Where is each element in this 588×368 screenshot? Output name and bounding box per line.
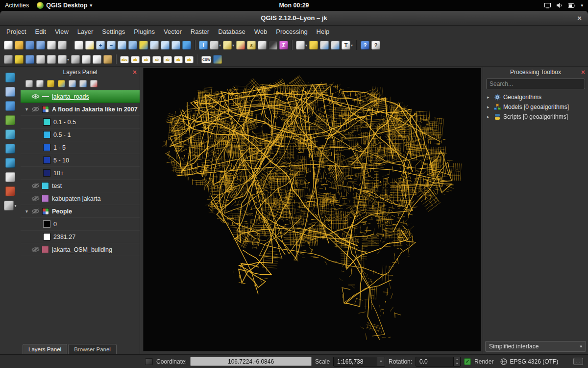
add-feature-icon[interactable] <box>36 55 45 64</box>
add-oracle-layer-icon[interactable] <box>5 186 15 196</box>
dropdown-arrow-icon[interactable]: ▾ <box>305 43 307 48</box>
dropdown-arrow-icon[interactable]: ▾ <box>232 43 234 48</box>
layer-row[interactable]: test <box>21 180 140 192</box>
map-tips-icon[interactable] <box>309 41 318 50</box>
save-project-icon[interactable] <box>25 41 34 50</box>
layer-row[interactable]: 10+ <box>21 167 140 180</box>
coordinate-input[interactable] <box>190 357 312 366</box>
expand-arrow-icon[interactable]: ▸ <box>487 95 491 100</box>
menu-database[interactable]: Database <box>214 26 250 37</box>
expander-icon[interactable]: ▾ <box>24 106 30 112</box>
label-show-hide-icon[interactable]: ab <box>142 56 150 63</box>
tab-browser-panel[interactable]: Browser Panel <box>68 344 117 354</box>
chevron-down-icon[interactable]: ▾ <box>581 3 583 8</box>
rotation-spinbox[interactable]: 0.0 ▲▼ <box>416 357 461 367</box>
layer-row[interactable]: 5 - 10 <box>21 154 140 167</box>
label-pin-icon[interactable]: ab <box>131 56 140 63</box>
add-vector-layer-icon[interactable] <box>5 73 15 82</box>
cut-features-icon[interactable] <box>82 55 91 64</box>
processing-toolbox-close-button[interactable]: × <box>581 69 585 76</box>
remove-layer-icon[interactable] <box>90 80 98 87</box>
menu-project[interactable]: Project <box>2 26 30 37</box>
menu-layer[interactable]: Layer <box>73 26 98 37</box>
select-features-icon[interactable]: ▾ <box>223 41 234 50</box>
dropdown-arrow-icon[interactable]: ▾ <box>14 204 16 208</box>
processing-tree-item[interactable]: ▸Scripts [0 geoalgorithms] <box>483 112 588 122</box>
visibility-on-icon[interactable] <box>30 93 41 100</box>
processing-tree-item[interactable]: ▸Geoalgorithms <box>483 92 588 102</box>
layer-row[interactable]: 0.5 - 1 <box>21 129 140 141</box>
layers-panel-close-button[interactable]: × <box>133 69 137 76</box>
zoom-next-icon[interactable] <box>172 41 180 50</box>
tab-layers-panel[interactable]: Layers Panel <box>23 344 67 354</box>
window-icon[interactable] <box>544 3 551 8</box>
label-rotate-icon[interactable]: ab <box>163 56 172 63</box>
label-move-icon[interactable]: ab <box>152 56 161 63</box>
dropdown-arrow-icon[interactable]: ▾ <box>219 43 221 48</box>
toggle-extents-icon[interactable] <box>145 358 153 365</box>
pan-to-selection-icon[interactable] <box>85 41 94 50</box>
pan-map-icon[interactable] <box>74 41 83 50</box>
add-wfs-layer-icon[interactable] <box>5 158 15 168</box>
add-raster-layer-icon[interactable] <box>5 87 15 97</box>
copy-features-icon[interactable] <box>93 55 101 64</box>
filter-expression-icon[interactable] <box>58 80 65 87</box>
menu-settings[interactable]: Settings <box>98 26 129 37</box>
measure-icon[interactable]: ▾ <box>296 41 307 50</box>
zoom-to-layer-icon[interactable] <box>150 41 159 50</box>
help-icon[interactable]: ? <box>361 41 369 50</box>
expand-arrow-icon[interactable]: ▸ <box>487 114 491 119</box>
layer-row[interactable]: ▾A flood in Jakarta like in 2007 <box>21 103 140 116</box>
add-wcs-layer-icon[interactable] <box>5 144 15 154</box>
activities-button[interactable]: Activities <box>5 2 29 9</box>
app-menu-button[interactable]: QGIS Desktop ▾ <box>37 2 92 9</box>
current-edits-icon[interactable] <box>4 55 13 64</box>
dropdown-arrow-icon[interactable]: ▾ <box>67 57 69 62</box>
save-layer-edits-icon[interactable] <box>25 55 34 64</box>
zoom-to-selection-icon[interactable] <box>139 41 148 50</box>
layer-visibility-icon[interactable] <box>36 80 44 87</box>
expander-icon[interactable]: ▾ <box>24 209 30 214</box>
layer-row[interactable]: 0 <box>21 218 140 231</box>
spinner-arrows-icon[interactable]: ▲▼ <box>453 357 460 366</box>
label-icon[interactable]: abc <box>120 56 129 63</box>
dropdown-arrow-icon[interactable]: ▾ <box>351 43 353 48</box>
map-refresh-icon[interactable] <box>182 41 191 50</box>
new-project-icon[interactable] <box>4 41 13 50</box>
add-delimited-text-layer-icon[interactable] <box>5 172 15 182</box>
move-feature-icon[interactable] <box>47 55 56 64</box>
delete-selected-icon[interactable] <box>71 55 80 64</box>
expand-all-icon[interactable] <box>69 80 76 87</box>
add-spatialite-layer-icon[interactable] <box>5 115 15 125</box>
label-properties-icon[interactable]: ab <box>174 56 183 63</box>
new-bookmark-icon[interactable] <box>320 41 329 50</box>
scale-combo[interactable]: 1:165,738 ▾ <box>333 357 385 367</box>
csw-icon[interactable]: CSW <box>201 56 211 63</box>
text-annotation-icon[interactable]: T▾ <box>342 41 353 50</box>
zoom-out-icon[interactable]: − <box>107 41 116 50</box>
menu-plugins[interactable]: Plugins <box>129 26 159 37</box>
menu-processing[interactable]: Processing <box>271 26 312 37</box>
field-calculator-icon[interactable] <box>269 41 277 50</box>
processing-tree-item[interactable]: ▸Models [0 geoalgorithms] <box>483 102 588 112</box>
paste-features-icon[interactable] <box>103 55 112 64</box>
toggle-editing-icon[interactable] <box>15 55 24 64</box>
add-group-icon[interactable] <box>25 80 33 87</box>
add-wms-layer-icon[interactable] <box>5 130 15 139</box>
layer-row[interactable]: kabupaten jakarta <box>21 192 140 205</box>
menu-edit[interactable]: Edit <box>30 26 50 37</box>
composer-manager-icon[interactable] <box>58 41 67 50</box>
node-tool-icon[interactable]: ▾ <box>58 55 69 64</box>
label-settings-icon[interactable]: ab <box>185 56 194 63</box>
show-bookmarks-icon[interactable] <box>331 41 340 50</box>
deselect-features-icon[interactable] <box>236 41 245 50</box>
menu-raster[interactable]: Raster <box>186 26 214 37</box>
menu-view[interactable]: View <box>50 26 73 37</box>
statistics-icon[interactable]: Σ <box>279 41 288 50</box>
expand-arrow-icon[interactable]: ▸ <box>487 105 491 109</box>
battery-icon[interactable] <box>568 3 575 8</box>
open-project-icon[interactable] <box>15 41 24 50</box>
zoom-native-icon[interactable] <box>118 41 126 50</box>
identify-icon[interactable]: i <box>199 41 208 50</box>
window-close-button[interactable]: × <box>577 14 582 22</box>
